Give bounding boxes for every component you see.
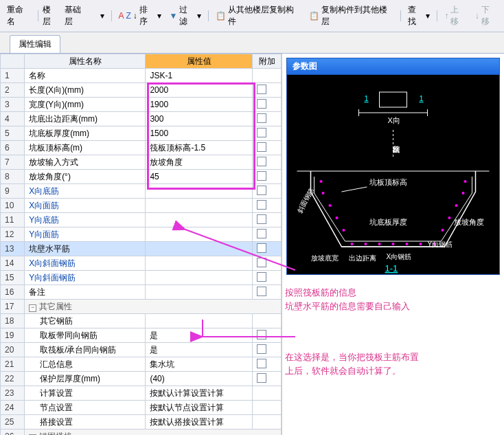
checkbox[interactable] [257, 272, 266, 282]
prop-value[interactable]: 按默认搭接设置计算 [146, 415, 253, 430]
table-row[interactable]: 8放坡角度(°)45 [1, 170, 282, 184]
checkbox[interactable] [257, 287, 266, 296]
property-grid[interactable]: 属性名称 属性值 附加 1名称JSK-12长度(X向)(mm)20003宽度(Y… [0, 54, 282, 435]
prop-name: X向斜面钢筋 [25, 256, 146, 271]
checkbox[interactable] [257, 142, 266, 152]
checkbox[interactable] [257, 113, 266, 123]
prop-name: 坑板顶标高(m) [25, 141, 146, 155]
table-row[interactable]: 1名称JSK-1 [1, 69, 282, 83]
table-row[interactable]: 7放坡输入方式放坡角度 [1, 155, 282, 170]
table-row[interactable]: 20取筏板/承台同向钢筋是 [1, 343, 282, 357]
prop-value[interactable]: JSK-1 [146, 69, 253, 83]
table-row[interactable]: 11Y向底筋 [1, 213, 282, 227]
prop-extra [253, 170, 282, 184]
col-name[interactable]: 属性名称 [25, 54, 146, 69]
table-row[interactable]: 10X向面筋 [1, 199, 282, 213]
prop-value[interactable] [146, 314, 253, 328]
checkbox[interactable] [257, 229, 266, 238]
row-number: 13 [1, 242, 25, 256]
svg-line-29 [342, 187, 367, 192]
table-row[interactable]: 24节点设置按默认节点设置计算 [1, 401, 282, 415]
prop-value[interactable] [146, 227, 253, 242]
prop-value[interactable]: 筏板顶标高-1.5 [146, 141, 253, 155]
prop-value[interactable] [146, 242, 253, 256]
checkbox[interactable] [257, 99, 266, 109]
prop-value[interactable]: 是 [146, 328, 253, 343]
rename-button[interactable]: 重命名 [4, 3, 34, 29]
table-row[interactable]: 22保护层厚度(mm)(40) [1, 372, 282, 386]
parameter-figure: 1 1 X向 据什么剖 坑板顶标高 坑底板厚度 放坡角度 斜面钢筋 放坡底宽 出… [286, 75, 500, 275]
col-value[interactable]: 属性值 [146, 54, 253, 69]
prop-value[interactable]: 1500 [146, 126, 253, 141]
prop-extra [253, 199, 282, 213]
tree-toggle[interactable]: − [29, 304, 36, 312]
table-row[interactable]: 3宽度(Y向)(mm)1900 [1, 98, 282, 112]
table-row[interactable]: 13坑壁水平筋 [1, 242, 282, 256]
checkbox[interactable] [257, 171, 266, 181]
checkbox[interactable] [257, 373, 266, 383]
prop-value[interactable]: (40) [146, 372, 253, 386]
table-row[interactable]: 16备注 [1, 285, 282, 300]
prop-value[interactable]: 45 [146, 170, 253, 184]
table-row[interactable]: 26+锚固搭接 [1, 430, 282, 436]
table-row[interactable]: 15Y向斜面钢筋 [1, 271, 282, 285]
prop-value[interactable]: 放坡角度 [146, 155, 253, 170]
row-number: 24 [1, 401, 25, 415]
prop-value[interactable]: 集水坑 [146, 357, 253, 372]
svg-point-15 [343, 229, 345, 232]
floor-select[interactable]: 基础层▾ [62, 3, 107, 29]
find-button[interactable]: 查找 ▾ [405, 3, 433, 29]
prop-value[interactable] [146, 256, 253, 271]
prop-value[interactable]: 1900 [146, 98, 253, 112]
table-row[interactable]: 18其它钢筋 [1, 314, 282, 328]
checkbox[interactable] [257, 214, 266, 224]
svg-text:坑底板厚度: 坑底板厚度 [369, 218, 407, 226]
checkbox[interactable] [257, 85, 266, 94]
filter-button[interactable]: ▼ 过滤 ▾ [167, 3, 205, 29]
copy-to-button[interactable]: 📋 复制构件到其他楼层 [306, 3, 396, 29]
checkbox[interactable] [257, 157, 266, 166]
table-row[interactable]: 9X向底筋 [1, 184, 282, 199]
checkbox[interactable] [257, 186, 266, 195]
checkbox[interactable] [257, 359, 266, 368]
table-row[interactable]: 21汇总信息集水坑 [1, 357, 282, 372]
svg-point-23 [378, 243, 381, 245]
svg-point-19 [448, 216, 451, 219]
prop-value[interactable] [146, 199, 253, 213]
checkbox[interactable] [257, 128, 266, 137]
copy-from-button[interactable]: 📋 从其他楼层复制构件 [213, 3, 303, 29]
prop-value[interactable]: 按默认节点设置计算 [146, 401, 253, 415]
prop-name: 搭接设置 [25, 415, 146, 430]
sort-button[interactable]: AZ↓ 排序 ▾ [115, 3, 163, 29]
checkbox[interactable] [257, 243, 266, 253]
prop-value[interactable]: 按默认计算设置计算 [146, 386, 253, 401]
prop-extra [253, 213, 282, 227]
prop-value[interactable] [146, 285, 253, 300]
table-row[interactable]: 19取板带同向钢筋是 [1, 328, 282, 343]
table-row[interactable]: 14X向斜面钢筋 [1, 256, 282, 271]
prop-value[interactable] [146, 271, 253, 285]
prop-value[interactable] [146, 184, 253, 199]
checkbox[interactable] [257, 330, 266, 339]
table-row[interactable]: 2长度(X向)(mm)2000 [1, 83, 282, 98]
table-row[interactable]: 5坑底板厚度(mm)1500 [1, 126, 282, 141]
prop-name: 坑壁水平筋 [25, 242, 146, 256]
table-row[interactable]: 6坑板顶标高(m)筏板顶标高-1.5 [1, 141, 282, 155]
table-row[interactable]: 17−其它属性 [1, 300, 282, 314]
checkbox[interactable] [257, 344, 266, 354]
tab-properties[interactable]: 属性编辑 [10, 35, 60, 53]
prop-name: 名称 [25, 69, 146, 83]
prop-value[interactable]: 2000 [146, 83, 253, 98]
col-extra[interactable]: 附加 [253, 54, 282, 69]
prop-value[interactable]: 是 [146, 343, 253, 357]
table-row[interactable]: 25搭接设置按默认搭接设置计算 [1, 415, 282, 430]
prop-value[interactable] [146, 213, 253, 227]
table-row[interactable]: 12Y向面筋 [1, 227, 282, 242]
table-row[interactable]: 23计算设置按默认计算设置计算 [1, 386, 282, 401]
prop-value[interactable]: 300 [146, 112, 253, 126]
table-row[interactable]: 4坑底出边距离(mm)300 [1, 112, 282, 126]
row-number: 1 [1, 69, 25, 83]
row-number: 2 [1, 83, 25, 98]
checkbox[interactable] [257, 258, 266, 267]
checkbox[interactable] [257, 200, 266, 210]
